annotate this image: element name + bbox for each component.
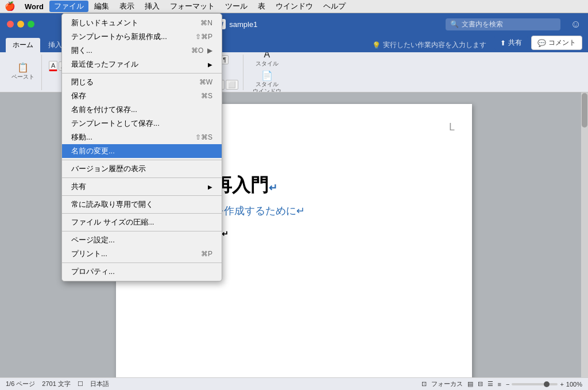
share-button[interactable]: ⬆ 共有 — [494, 36, 528, 50]
borders-button[interactable]: ⬜ — [226, 80, 238, 90]
menubar: 🍎 Word ファイル 編集 表示 挿入 フォーマット ツール 表 ウインドウ … — [0, 0, 588, 13]
paste-button[interactable]: 📋 ペースト — [9, 62, 37, 82]
separator-2 — [62, 160, 222, 160]
apple-menu[interactable]: 🍎 — [5, 1, 16, 11]
menu-edit[interactable]: 編集 — [90, 1, 114, 12]
scroll-thumb[interactable] — [582, 93, 587, 128]
menu-save[interactable]: 保存 ⌘S — [62, 89, 222, 103]
layout-lines-icon[interactable]: ☰ — [488, 380, 493, 388]
menu-recent-files[interactable]: 最近使ったファイル ▶ — [62, 57, 222, 71]
status-right: ⊡ フォーカス ▤ ⊟ ☰ ≡ − + 100% — [421, 380, 582, 388]
menu-insert[interactable]: 挿入 — [140, 1, 164, 12]
word-count: 2701 文字 — [42, 380, 71, 388]
comment-button[interactable]: 💬 コメント — [531, 36, 582, 50]
ribbon-group-clipboard: 📋 ペースト — [5, 55, 42, 90]
zoom-control: − + 100% — [506, 381, 582, 388]
zoom-slider-thumb[interactable] — [544, 381, 550, 387]
menu-version-history[interactable]: バージョン履歴の表示 — [62, 162, 222, 176]
menu-page-setup[interactable]: ページ設定... — [62, 233, 222, 247]
menu-share[interactable]: 共有 ▶ — [62, 180, 222, 194]
paste-icon: 📋 — [17, 63, 29, 72]
search-icon: 🔍 — [450, 20, 459, 28]
menu-save-as-template[interactable]: テンプレートとして保存... — [62, 117, 222, 130]
styles-window-button[interactable]: 📄 スタイルウインドウ — [250, 70, 284, 93]
share-icon: ⬆ — [500, 39, 506, 47]
menu-close[interactable]: 閉じる ⌘W — [62, 75, 222, 89]
menu-table[interactable]: 表 — [253, 1, 270, 12]
styles-window-icon: 📄 — [261, 71, 273, 80]
comment-icon: 💬 — [537, 39, 546, 47]
styles-button[interactable]: A スタイル — [253, 52, 281, 69]
menu-save-as[interactable]: 名前を付けて保存... — [62, 103, 222, 117]
menu-help[interactable]: ヘルプ — [319, 1, 350, 12]
menu-tools[interactable]: ツール — [220, 1, 252, 12]
menu-open-readonly[interactable]: 常に読み取り専用で開く — [62, 198, 222, 211]
word-count-icon: ☐ — [78, 380, 83, 388]
focus-label[interactable]: フォーカス — [431, 380, 463, 388]
menu-properties[interactable]: プロパティ... — [62, 265, 222, 279]
zoom-minus-button[interactable]: − — [506, 381, 509, 388]
focus-icon[interactable]: ⊡ — [421, 380, 427, 388]
layout-align-icon[interactable]: ≡ — [498, 381, 501, 388]
smiley-icon[interactable]: ☺ — [571, 18, 581, 30]
layout-columns-icon[interactable]: ▤ — [467, 380, 473, 388]
menu-move[interactable]: 移動... ⇧⌘S — [62, 130, 222, 144]
status-bar: 1/6 ページ 2701 文字 ☐ 日本語 ⊡ フォーカス ▤ ⊟ ☰ ≡ − … — [0, 377, 588, 390]
menu-print[interactable]: プリント... ⌘P — [62, 247, 222, 261]
layout-grid-icon[interactable]: ⊟ — [478, 380, 483, 388]
menu-window[interactable]: ウインドウ — [271, 1, 318, 12]
language: 日本語 — [90, 380, 109, 388]
title-return: ↵ — [269, 182, 277, 194]
document-title: sample1 — [229, 20, 257, 29]
maximize-button[interactable] — [28, 21, 34, 28]
menu-new-from-template[interactable]: テンプレートから新規作成... ⇧⌘P — [62, 30, 222, 44]
title-search-bar[interactable]: 🔍 文書内を検索 — [446, 18, 560, 30]
search-placeholder: 文書内を検索 — [462, 20, 503, 29]
separator-4 — [62, 195, 222, 196]
menu-format[interactable]: フォーマット — [165, 1, 219, 12]
separator-5 — [62, 213, 222, 214]
ribbon-group-styles: A スタイル 📄 スタイルウインドウ — [246, 55, 288, 90]
zoom-plus-button[interactable]: + — [560, 381, 563, 388]
file-menu-dropdown: 新しいドキュメント ⌘N テンプレートから新規作成... ⇧⌘P 開く... ⌘… — [61, 13, 222, 281]
menu-new-document[interactable]: 新しいドキュメント ⌘N — [62, 16, 222, 30]
separator-1 — [62, 73, 222, 74]
page-info: 1/6 ページ — [6, 380, 35, 388]
menu-open[interactable]: 開く... ⌘O ▶ — [62, 44, 222, 57]
close-button[interactable] — [7, 21, 14, 28]
menu-rename[interactable]: 名前の変更... — [62, 144, 222, 158]
zoom-slider-track[interactable] — [512, 383, 558, 385]
vertical-scrollbar[interactable] — [581, 92, 588, 377]
font-color-button[interactable]: A — [49, 61, 57, 71]
minimize-button[interactable] — [17, 21, 24, 28]
tab-home[interactable]: ホーム — [6, 38, 40, 52]
separator-7 — [62, 262, 222, 263]
task-hint: 実行したい作業内容を入力します — [383, 40, 486, 50]
traffic-lights — [7, 21, 34, 28]
separator-6 — [62, 231, 222, 231]
menu-file[interactable]: ファイル — [49, 1, 88, 12]
zoom-level: 100% — [566, 381, 582, 388]
menu-word[interactable]: Word — [20, 2, 48, 11]
corner-mark: L — [449, 121, 455, 133]
menu-compress[interactable]: ファイル サイズの圧縮... — [62, 215, 222, 229]
styles-icon: A — [264, 52, 270, 59]
separator-3 — [62, 177, 222, 178]
menu-view[interactable]: 表示 — [115, 1, 139, 12]
